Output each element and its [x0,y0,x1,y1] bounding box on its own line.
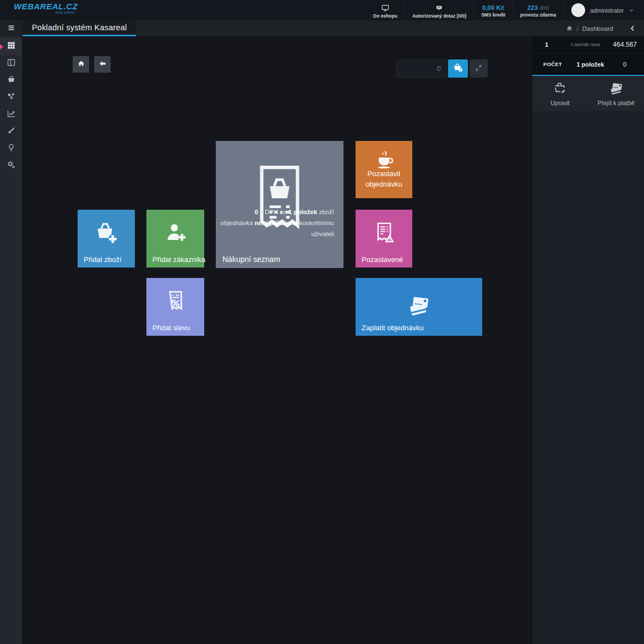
credit-cards-icon [609,81,624,97]
tile-add-discount[interactable]: Přidat slevu [146,278,204,336]
cart-actions: Upravit Přejít k platbě [532,76,644,111]
panel-collapse-button[interactable] [629,25,636,32]
tile-hold-order[interactable]: Pozastavit objednávku [356,141,412,198]
topbar-actions: Do eshopu Autorizovaný dotaz [0/0] 0,00 … [365,0,644,20]
tile-label: Přidat zboží [84,255,122,264]
sms-credit-label: SMS kredit [481,12,505,18]
home-icon [77,59,85,69]
chevron-down-icon [629,6,634,15]
basket-info-icon [452,62,463,75]
tile-add-product[interactable]: Přidat zboží [78,210,135,268]
avatar [571,3,585,17]
tile-label: Pozastavené [362,255,403,264]
trial-days-unit: dní [539,4,549,11]
hamburger-icon [7,24,15,34]
active-indicator [0,44,3,50]
user-name: administrator [590,7,624,14]
tile-pay-order[interactable]: Zaplatit objednávku [356,278,482,336]
count-label: POČET [532,61,565,67]
trial-days-value: 223 [527,4,538,11]
item-name: A termék neve [561,42,610,47]
basket-plus-icon [94,220,119,245]
item-quantity: 1 [532,41,561,48]
monitor-icon [381,4,390,13]
sidebar-item-settings[interactable] [0,157,22,174]
cart-item-row[interactable]: 1 A termék neve 464.567 [532,36,644,53]
sidebar-item-statistics[interactable] [0,106,22,123]
breadcrumb-current[interactable]: Dashboard [582,25,613,32]
quantity-input[interactable] [396,59,447,78]
receipt-warning-icon [372,220,397,245]
tile-label: Zaplatit objednávku [362,324,424,332]
basket-icon [7,75,16,86]
sidebar-item-design[interactable] [0,123,22,140]
tile-label: Přidat slevu [152,324,190,332]
add-to-cart-button[interactable] [448,59,468,78]
user-menu[interactable]: administrator [563,0,644,20]
tile-label: Nákupní seznam [222,255,280,264]
arrow-left-icon [99,59,107,69]
cogs-icon [7,160,16,172]
user-plus-icon [163,220,188,245]
menu-toggle-button[interactable] [0,20,23,36]
cart-count-row: POČET 1 položek 0 [532,53,644,75]
basket-edit-icon [553,81,567,97]
tile-label: Přidat zákazníka [152,255,205,264]
logo-text: WEBAREAL.CZ [14,2,78,10]
tile-add-customer[interactable]: Přidat zákazníka [146,210,204,268]
share-nodes-icon [7,92,16,103]
tile-label: Pozastavit objednávku [356,168,412,189]
tab-pokladni-system[interactable]: Pokladní systém Kasareal [23,20,136,36]
tile-shopping-list[interactable]: 0 s DPH za 1 položek zboží objednávka ne… [216,141,343,268]
main-content: Přidat zboží Přidat zákazníka 0 s DPH za… [23,36,532,644]
trial-days-item[interactable]: 223 dní provozu zdarma [512,0,563,20]
edit-cart-button[interactable]: Upravit [532,76,588,111]
summary-line-2: objednávka není přiřazena konkrétnímu už… [220,217,334,239]
count-items: 1 položek [565,61,615,68]
sidebar-item-tips[interactable] [0,140,22,157]
eshop-label: Do eshopu [373,13,397,19]
breadcrumb: / Dashboard [566,20,644,36]
breadcrumb-separator: / [577,25,578,32]
topbar: WEBAREAL.CZ beta admin Do eshopu Autoriz… [0,0,644,20]
logo-subtext: beta admin [14,10,78,15]
count-total: 0 [615,61,644,68]
fullscreen-button[interactable] [470,59,488,78]
page-title: Pokladní systém Kasareal [32,23,127,32]
sidebar-item-layout[interactable] [0,55,22,72]
paintbrush-icon [7,126,16,138]
home-icon[interactable] [566,25,573,32]
sidebar-item-modules[interactable] [0,89,22,106]
authorized-query-label: Autorizovaný dotaz [0/0] [412,13,466,19]
sidebar-item-products[interactable] [0,72,22,89]
authorized-query-button[interactable]: Autorizovaný dotaz [0/0] [405,0,473,20]
sms-credit-item[interactable]: 0,00 Kč SMS kredit [473,0,512,20]
go-to-payment-button[interactable]: Přejít k platbě [588,76,644,111]
navbar: Pokladní systém Kasareal / Dashboard [0,20,644,36]
sms-credit-value: 0,00 Kč [482,4,504,12]
logo[interactable]: WEBAREAL.CZ beta admin [0,0,78,20]
summary-line-1: 0 s DPH za 1 položek zboží [220,206,334,217]
item-price: 464.567 [610,41,644,48]
grid-icon [7,41,16,52]
trial-days-label: provozu zdarma [520,12,556,18]
tile-held-orders[interactable]: Pozastavené [356,210,412,268]
sidebar-item-dashboard[interactable] [0,38,22,55]
cart-panel: 1 A termék neve 464.567 POČET 1 položek … [532,36,644,644]
go-to-eshop-button[interactable]: Do eshopu [365,0,405,20]
lightbulb-icon [7,143,16,155]
credit-cards-icon [405,293,433,318]
home-button[interactable] [73,56,89,73]
chat-icon [435,4,444,13]
expand-icon [474,64,483,74]
back-button[interactable] [94,56,111,73]
shopping-list-summary: 0 s DPH za 1 položek zboží objednávka ne… [220,206,334,239]
sidebar [0,36,23,644]
chart-line-icon [7,109,16,121]
receipt-percent-icon [163,288,188,314]
columns-icon [7,58,16,69]
